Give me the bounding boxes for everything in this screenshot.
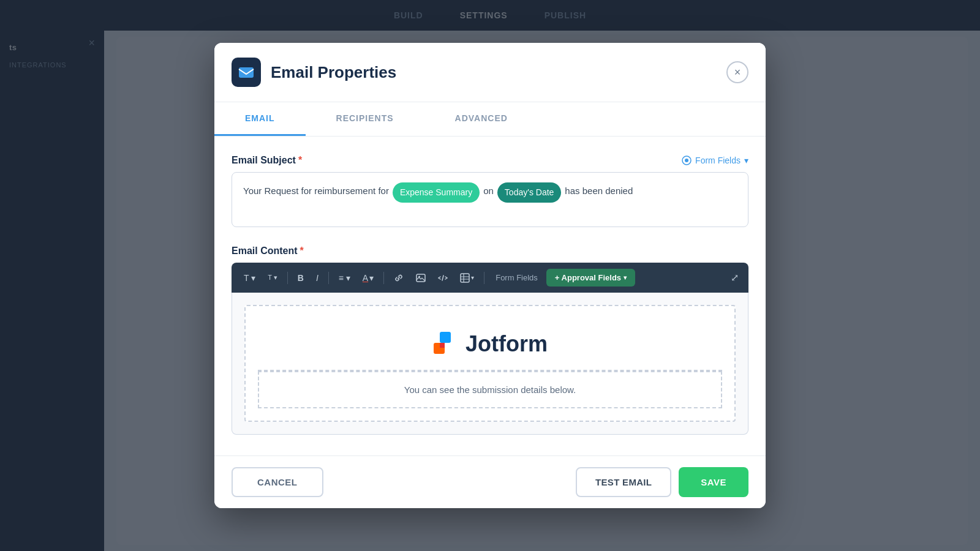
toolbar-image-btn[interactable] — [411, 269, 431, 287]
required-star: * — [298, 155, 302, 165]
jotform-logo-text: Jotform — [466, 331, 548, 357]
tab-email[interactable]: EMAIL — [214, 102, 306, 136]
email-content-label-row: Email Content* — [232, 246, 748, 257]
email-properties-modal: Email Properties × EMAIL RECIPIENTS ADVA… — [214, 43, 766, 508]
email-subject-label-row: Email Subject* Form Fields ▾ — [232, 155, 748, 166]
svg-rect-3 — [417, 274, 425, 282]
test-email-button[interactable]: TEST EMAIL — [576, 467, 671, 497]
save-button[interactable]: SAVE — [679, 467, 748, 497]
modal-body: Email Subject* Form Fields ▾ Your Reques… — [214, 137, 766, 455]
modal-tabs: EMAIL RECIPIENTS ADVANCED — [214, 102, 766, 137]
form-fields-button[interactable]: Form Fields ▾ — [682, 156, 748, 165]
form-fields-icon — [682, 156, 692, 165]
toolbar-color-btn[interactable]: A ▾ — [358, 269, 379, 287]
cancel-button[interactable]: CANCEL — [232, 467, 323, 497]
content-required-star: * — [300, 246, 304, 256]
link-icon — [394, 273, 404, 283]
modal-title: Email Properties — [271, 63, 726, 82]
toolbar-bold-btn[interactable]: B — [293, 269, 309, 287]
toolbar-sep-3 — [383, 272, 384, 284]
email-content-section: Email Content* T ▾ T ▾ B I ≡ ▾ A ▾ — [232, 246, 748, 435]
footer-right-buttons: TEST EMAIL SAVE — [576, 467, 748, 497]
jotform-logo: Jotform — [270, 331, 710, 358]
toolbar-form-fields-btn[interactable]: Form Fields — [489, 269, 544, 286]
email-preview: Jotform You can see the submission detai… — [232, 293, 748, 434]
modal-close-button[interactable]: × — [726, 61, 748, 83]
svg-rect-7 — [440, 332, 451, 343]
toolbar-align-btn[interactable]: ≡ ▾ — [334, 269, 355, 287]
email-content-area[interactable]: Jotform You can see the submission detai… — [232, 293, 748, 435]
modal-header: Email Properties × — [214, 43, 766, 102]
submission-text-area: You can see the submission details below… — [258, 371, 722, 408]
code-icon — [438, 273, 448, 283]
content-toolbar: T ▾ T ▾ B I ≡ ▾ A ▾ — [232, 263, 748, 293]
toolbar-expand-btn[interactable]: ⤢ — [728, 269, 741, 286]
subject-text-1: Your Request for reimbursement for — [243, 182, 389, 199]
toolbar-table-btn[interactable]: ▾ — [455, 269, 479, 287]
toolbar-italic-btn[interactable]: I — [311, 269, 323, 287]
modal-footer: CANCEL TEST EMAIL SAVE — [214, 455, 766, 508]
tab-advanced[interactable]: ADVANCED — [424, 102, 538, 136]
toolbar-text-btn[interactable]: T ▾ — [239, 269, 260, 287]
email-subject-label: Email Subject* — [232, 155, 302, 166]
image-icon — [416, 273, 426, 283]
submission-text: You can see the submission details below… — [271, 384, 709, 395]
toolbar-sep-1 — [287, 272, 288, 284]
email-content-label: Email Content* — [232, 246, 304, 257]
subject-text-2: on — [483, 182, 494, 199]
email-preview-inner: Jotform You can see the submission detai… — [244, 305, 736, 422]
svg-rect-0 — [239, 67, 254, 78]
toolbar-code-btn[interactable] — [433, 269, 453, 287]
modal-overlay: Email Properties × EMAIL RECIPIENTS ADVA… — [0, 0, 980, 551]
toolbar-sep-2 — [328, 272, 329, 284]
email-subject-section: Email Subject* Form Fields ▾ Your Reques… — [232, 155, 748, 227]
email-properties-icon — [238, 64, 255, 81]
svg-rect-5 — [461, 274, 469, 282]
toolbar-sep-4 — [484, 272, 484, 284]
svg-point-2 — [685, 159, 688, 162]
email-subject-input[interactable]: Your Request for reimbursement for Expen… — [232, 172, 748, 227]
toolbar-text-size-btn[interactable]: T ▾ — [263, 270, 282, 285]
jotform-icon — [432, 331, 459, 358]
subject-text-3: has been denied — [565, 182, 633, 199]
subject-tag-todays-date: Today's Date — [497, 182, 562, 203]
toolbar-link-btn[interactable] — [389, 269, 409, 287]
jotform-logo-area: Jotform — [258, 318, 722, 371]
toolbar-approval-fields-btn[interactable]: + Approval Fields▾ — [546, 269, 635, 287]
tab-recipients[interactable]: RECIPIENTS — [306, 102, 424, 136]
table-icon — [460, 273, 470, 283]
modal-icon — [232, 58, 261, 87]
subject-tag-expense-summary: Expense Summary — [393, 182, 480, 203]
